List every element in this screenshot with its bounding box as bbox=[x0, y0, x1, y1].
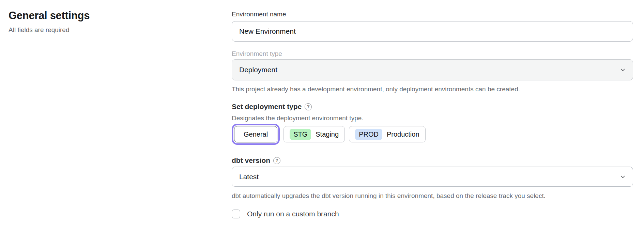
dbt-version-helper: dbt automatically upgrades the dbt versi… bbox=[232, 192, 633, 200]
deployment-type-production-label: Production bbox=[387, 130, 419, 138]
environment-type-label: Environment type bbox=[232, 50, 633, 58]
deployment-type-label: Set deployment type bbox=[232, 102, 302, 111]
custom-branch-checkbox[interactable] bbox=[232, 210, 240, 218]
custom-branch-label[interactable]: Only run on a custom branch bbox=[247, 210, 339, 218]
chevron-down-icon bbox=[620, 174, 626, 180]
help-icon[interactable]: ? bbox=[305, 103, 312, 110]
help-icon[interactable]: ? bbox=[273, 157, 280, 164]
deployment-type-description: Designates the deployment environment ty… bbox=[232, 114, 633, 122]
environment-name-input[interactable] bbox=[232, 21, 633, 42]
deployment-type-options: General STG Staging PROD Production bbox=[232, 126, 633, 142]
deployment-type-general-label: General bbox=[244, 130, 268, 138]
page-title: General settings bbox=[9, 9, 90, 22]
general-settings-form: Environment name Environment type Deploy… bbox=[232, 10, 633, 218]
deployment-type-production-button[interactable]: PROD Production bbox=[349, 126, 425, 142]
dbt-version-value: Latest bbox=[239, 173, 259, 181]
dbt-version-select[interactable]: Latest bbox=[232, 167, 633, 187]
page-header: General settings All fields are required bbox=[9, 9, 90, 34]
chevron-down-icon bbox=[620, 67, 626, 73]
page-subtitle: All fields are required bbox=[9, 26, 90, 34]
deployment-type-general-button[interactable]: General bbox=[234, 126, 277, 142]
production-badge: PROD bbox=[355, 129, 382, 140]
environment-type-helper: This project already has a development e… bbox=[232, 85, 633, 93]
deployment-type-staging-label: Staging bbox=[316, 130, 339, 138]
environment-type-value: Deployment bbox=[239, 66, 277, 74]
custom-branch-row: Only run on a custom branch bbox=[232, 210, 633, 218]
staging-badge: STG bbox=[290, 129, 311, 140]
environment-type-select: Deployment bbox=[232, 59, 633, 80]
dbt-version-label: dbt version bbox=[232, 156, 270, 165]
environment-name-label: Environment name bbox=[232, 10, 633, 18]
deployment-type-staging-button[interactable]: STG Staging bbox=[283, 126, 345, 142]
